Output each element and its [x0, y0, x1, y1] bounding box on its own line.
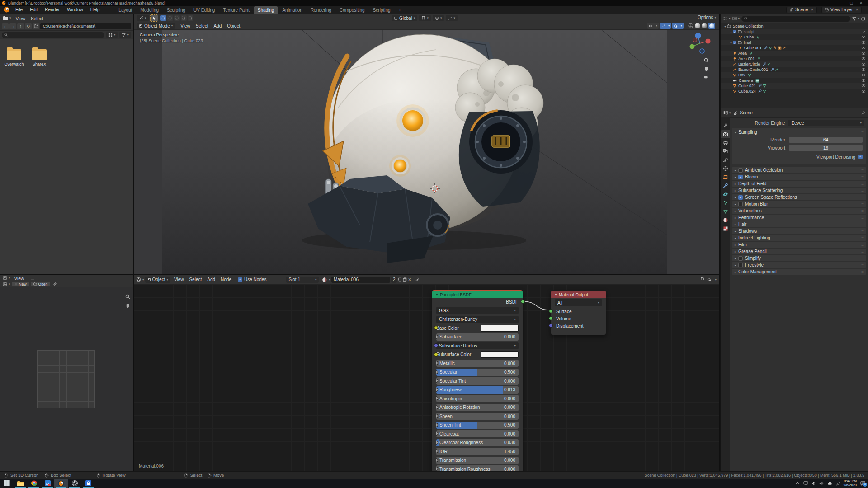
principled-bsdf-node[interactable]: ▾ Principled BSDF BSDF GGX▾Christensen-B… — [432, 290, 523, 471]
expand-icon[interactable]: ▾ — [729, 30, 733, 33]
object-tab[interactable] — [721, 173, 730, 181]
taskbar-photos-app[interactable] — [41, 479, 54, 488]
back-button[interactable]: ← — [2, 23, 9, 29]
pin-icon[interactable] — [861, 111, 865, 115]
eye-icon[interactable] — [861, 73, 866, 77]
section-shadows[interactable]: ▸Shadows:::: — [732, 228, 866, 234]
chevron-down-icon[interactable] — [862, 30, 866, 33]
open-image-button[interactable]: Open — [31, 282, 51, 286]
tab-add[interactable]: + — [395, 6, 406, 14]
bsdf-sheen-slider[interactable]: Sheen0.000 — [436, 413, 519, 420]
section-performance[interactable]: ▸Performance:::: — [732, 215, 866, 221]
outliner-row-area[interactable]: Area — [721, 51, 868, 56]
outliner-row-camera[interactable]: Camera — [721, 78, 868, 83]
viewport-menu-object[interactable]: Object — [224, 23, 243, 28]
denoising-checkbox[interactable]: ✓ — [858, 155, 863, 159]
material-output-node[interactable]: ▾ Material Output All ▾ SurfaceVolumeDis… — [551, 290, 606, 335]
editor-type-icon[interactable]: ▾ — [723, 17, 731, 21]
outliner-row-area-001[interactable]: Area.001 — [721, 56, 868, 61]
bsdf-subsurface-radius-dropdown[interactable]: Subsurface Radius▾ — [436, 342, 519, 349]
physics-tab[interactable] — [721, 190, 730, 198]
tab-layout[interactable]: Layout — [114, 6, 136, 14]
menu-help[interactable]: Help — [87, 6, 103, 13]
eye-icon[interactable] — [861, 89, 866, 93]
shader-menu-select[interactable]: Select — [186, 277, 204, 282]
outliner-row-beziercircle[interactable]: BezierCircle — [721, 61, 868, 67]
output-surface-socket[interactable] — [549, 309, 553, 313]
section-color-management[interactable]: ▸Color Management:::: — [732, 269, 866, 275]
folder-sharex[interactable]: ShareX — [27, 49, 52, 66]
bsdf-christensen-burley-dropdown[interactable]: Christensen-Burley▾ — [436, 316, 519, 323]
tab-texture-paint[interactable]: Texture Paint — [219, 6, 253, 14]
blender-logo-icon[interactable] — [4, 7, 9, 13]
collection-checkbox[interactable]: ✓ — [733, 30, 736, 33]
gizmos-toggle[interactable]: ▾ — [660, 23, 671, 29]
bsdf-subsurface-socket[interactable] — [436, 335, 438, 339]
wireframe-shading-icon[interactable] — [688, 23, 693, 28]
viewport-menu-view[interactable]: View — [178, 23, 193, 28]
bsdf-ior-slider[interactable]: IOR1.450 — [436, 448, 519, 455]
volume-icon[interactable] — [819, 481, 824, 485]
collection-checkbox[interactable]: ✓ — [733, 41, 736, 44]
falloff-dropdown[interactable]: ▾ — [446, 15, 458, 21]
outliner-row-beziercircle-001[interactable]: BezierCircle.001 — [721, 67, 868, 72]
view-layer-tab[interactable] — [721, 147, 730, 155]
output-target-dropdown[interactable]: All ▾ — [555, 299, 602, 306]
sampling-header[interactable]: ▾ Sampling :::: — [732, 129, 866, 135]
bsdf-transmission-slider[interactable]: Transmission0.000 — [436, 457, 519, 464]
zoom-icon[interactable] — [125, 294, 130, 299]
editor-type-icon[interactable]: ▾ — [3, 16, 11, 20]
eye-icon[interactable] — [861, 52, 866, 55]
bsdf-metallic-slider[interactable]: Metallic0.000 — [436, 360, 519, 367]
tab-sculpting[interactable]: Sculpting — [163, 6, 189, 14]
outliner-row-box[interactable]: Box — [721, 72, 868, 78]
navigation-gizmo[interactable] — [687, 32, 712, 59]
new-collection-icon[interactable] — [861, 17, 866, 21]
link-icon[interactable] — [53, 282, 57, 286]
scene-unlink-icon[interactable]: ✕ — [811, 8, 814, 12]
tab-rendering[interactable]: Rendering — [307, 6, 335, 14]
file-search-input[interactable] — [2, 32, 104, 38]
eye-icon[interactable] — [861, 46, 866, 50]
image-browse-icon[interactable]: ▾ — [3, 282, 10, 286]
bsdf-anisotropic-slider[interactable]: Anisotropic0.000 — [436, 395, 519, 402]
section-checkbox[interactable]: ✓ — [738, 195, 743, 200]
refresh-button[interactable]: ↻ — [25, 23, 32, 29]
copy-material-icon[interactable] — [403, 277, 407, 282]
section-checkbox[interactable]: ✓ — [738, 175, 743, 179]
bsdf-specular-tint-slider[interactable]: Specular Tint0.000 — [436, 377, 519, 385]
eye-icon[interactable] — [861, 57, 866, 61]
maximize-button[interactable]: ▢ — [850, 1, 854, 5]
bsdf-base-color-socket[interactable] — [434, 326, 438, 330]
slot-dropdown[interactable]: Slot 1 ▾ — [286, 277, 319, 283]
taskbar-blender-app[interactable] — [54, 479, 68, 488]
eye-icon[interactable] — [861, 84, 866, 88]
bsdf-subsurface-radius-socket[interactable] — [434, 343, 438, 347]
image-editor-menu-view[interactable]: View — [12, 276, 27, 281]
view-layer-selector[interactable]: View Layer ✕ — [821, 7, 862, 13]
bsdf-output-socket[interactable] — [521, 300, 525, 304]
use-nodes-checkbox[interactable]: ✓ — [238, 277, 242, 282]
tab-shading[interactable]: Shading — [254, 6, 278, 14]
outliner-row-sculpt[interactable]: ▾✓sculpt — [721, 29, 868, 34]
editor-type-icon[interactable]: ▾ — [723, 111, 731, 115]
rendered-shading-icon[interactable] — [708, 23, 715, 29]
proportional-editing-toggle[interactable]: ▾ — [433, 15, 444, 21]
pen-icon[interactable] — [836, 481, 840, 486]
scene-selector[interactable]: Scene ✕ — [786, 7, 817, 13]
section-volumetrics[interactable]: ▸Volumetrics:::: — [732, 208, 866, 214]
section-screen-space-reflections[interactable]: ▸✓Screen Space Reflections:::: — [732, 194, 866, 200]
up-button[interactable]: ↑ — [17, 23, 24, 29]
microphone-icon[interactable] — [812, 481, 816, 486]
expand-icon[interactable]: ▾ — [729, 41, 733, 44]
menu-window[interactable]: Window — [64, 6, 86, 13]
section-checkbox[interactable] — [738, 263, 743, 267]
select-intersect-button[interactable] — [188, 15, 193, 21]
taskbar-obs-app[interactable] — [68, 479, 81, 488]
taskbar-lock-app[interactable] — [81, 479, 95, 488]
taskbar-clock[interactable]: 8:47 PM 9/6/2020 — [844, 479, 857, 487]
display-mode-icon[interactable]: ▾ — [732, 17, 740, 20]
bsdf-transmission-roughness-slider[interactable]: Transmission Roughness0.000 — [436, 465, 519, 471]
bsdf-sheen-tint-slider[interactable]: Sheen Tint0.500 — [436, 422, 519, 429]
taskbar-chrome-app[interactable] — [27, 479, 41, 488]
